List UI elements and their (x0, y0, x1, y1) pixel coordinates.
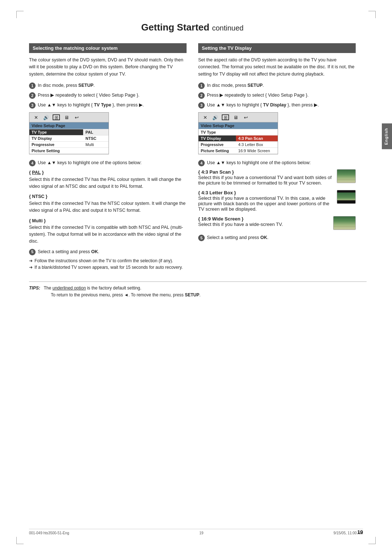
right-section-header: Setting the TV Display (198, 43, 356, 53)
left-ui-mockup: ✕ 🔊 ⊞ 🖥 ↩ Video Setup Page TV Type PAL (29, 112, 109, 154)
page-number: 19 (357, 529, 363, 535)
setup-bold-1: SETUP (78, 83, 94, 88)
letter-box-thumbnail (337, 190, 356, 204)
r-progressive-value: 4:3 Letter Box (236, 142, 278, 148)
option-pal: { PAL } Select this if the connected TV … (29, 169, 187, 190)
r-tv-display-label: TV Display (199, 135, 236, 142)
r-toolbar-icon-settings: ⊞ (222, 114, 229, 120)
tips-indent: To return to the previous menu, press ◄.… (51, 292, 201, 299)
pan-scan-text: { 4:3 Pan Scan } Select this if you have… (198, 169, 333, 186)
step-4-content: Use ▲▼ keys to highlight one of the opti… (38, 159, 187, 166)
corner-mark-bl (16, 537, 24, 544)
r-picture-setting-label: Picture Setting (199, 148, 236, 154)
letter-box-title: { 4:3 Letter Box } (198, 190, 236, 195)
tvtype-bold: TV Type (94, 102, 111, 108)
corner-mark-br (368, 537, 376, 544)
left-step-1: 1 In disc mode, press SETUP. (29, 82, 187, 89)
right-step-4: 4 Use ▲▼ keys to highlight one of the op… (198, 159, 356, 166)
pan-scan-title: { 4:3 Pan Scan } (198, 169, 234, 175)
r-toolbar-icon-screen: 🖥 (232, 114, 239, 120)
step-number-4: 4 (29, 160, 36, 166)
right-step-number-3: 3 (198, 102, 205, 109)
option-letter-box: { 4:3 Letter Box } Select this if you ha… (198, 190, 356, 212)
step-number-5: 5 (29, 249, 36, 255)
pal-title: { PAL } (29, 170, 44, 175)
content-columns: Selecting the matching colour system The… (29, 43, 367, 270)
r-tv-display-row: TV Display 4:3 Pan Scan (199, 135, 278, 142)
sub-step-1: ➜ Follow the instructions shown on the T… (29, 258, 187, 263)
ok-bold-right: OK (260, 235, 267, 240)
step-5-content: Select a setting and press OK. (38, 248, 187, 255)
tv-display-row: TV Display NTSC (29, 135, 109, 142)
left-step-2: 2 Press ▶ repeatedly to select { Video S… (29, 92, 187, 99)
left-column: Selecting the matching colour system The… (29, 43, 187, 270)
right-step-1: 1 In disc mode, press SETUP. (198, 82, 356, 89)
tips-text1: The underlined option is the factory def… (44, 285, 141, 291)
title-main: Getting Started (141, 22, 209, 33)
step-number-3: 3 (29, 102, 36, 109)
toolbar-icon-screen: 🖥 (63, 114, 70, 120)
r-picture-setting-value: 16:9 Wide Screen (236, 148, 278, 154)
r-table-header-row: Video Setup Page (199, 122, 278, 129)
r-tv-type-row: TV Type (199, 129, 278, 135)
r-progressive-row: Progressive 4:3 Letter Box (199, 142, 278, 148)
progressive-row: Progressive Multi (29, 142, 109, 148)
right-setup-table: Video Setup Page TV Type TV Display 4:3 … (199, 122, 278, 154)
r-tv-type-value (236, 129, 278, 135)
r-toolbar-icon-x: ✕ (201, 114, 209, 120)
right-step-3: 3 Use ▲▼ keys to highlight { TV Display … (198, 102, 356, 109)
right-ui-mockup: ✕ 🔊 ⊞ 🖥 ↩ Video Setup Page TV Type T (198, 112, 278, 154)
multi-desc: Select this if the connected TV is compa… (29, 225, 183, 244)
ntsc-label: NTSC (32, 194, 44, 199)
r-tv-type-label: TV Type (199, 129, 236, 135)
corner-mark-tr (368, 11, 376, 18)
option-multi: { Multi } Select this if the connected T… (29, 218, 187, 245)
pan-scan-thumbnail (337, 169, 356, 183)
corner-mark-tl (16, 11, 24, 18)
page: English Getting Started continued Select… (0, 0, 392, 555)
right-step-1-content: In disc mode, press SETUP. (207, 82, 356, 89)
right-step-number-4: 4 (198, 160, 205, 166)
step-2-content: Press ▶ repeatedly to select { Video Set… (38, 92, 187, 99)
letter-box-desc: Select this if you have a conventional T… (198, 195, 329, 212)
right-toolbar: ✕ 🔊 ⊞ 🖥 ↩ (199, 113, 278, 122)
table-header-cell: Video Setup Page (29, 122, 109, 129)
multi-title: { Multi } (29, 218, 46, 223)
widescreen-title: { 16:9 Wide Screen } (198, 216, 244, 222)
r-tv-display-value: 4:3 Pan Scan (236, 135, 278, 142)
progressive-label: Progressive (29, 142, 83, 148)
tv-type-label: TV Type (29, 129, 83, 135)
widescreen-thumbnail (333, 216, 356, 230)
tips-section: TIPS: The underlined option is the facto… (29, 281, 367, 299)
pal-desc: Select this if the connected TV has the … (29, 177, 181, 189)
progressive-value: Multi (83, 142, 109, 148)
setup-bold-r1: SETUP (248, 83, 263, 88)
right-step-number-2: 2 (198, 92, 205, 99)
tips-label: TIPS: (29, 285, 40, 291)
table-header-row: Video Setup Page (29, 122, 109, 129)
right-step-5-content: Select a setting and press OK. (207, 234, 356, 241)
footer: 001-049 hts3500-51-Eng 19 9/15/05, 11:00… (29, 529, 363, 535)
picture-setting-label: Picture Setting (29, 148, 83, 154)
ntsc-desc: Select this if the connected TV has the … (29, 201, 185, 213)
right-step-2-content: Press ▶ repeatedly to select { Video Set… (207, 92, 356, 99)
sub-step-1-text: Follow the instructions shown on the TV … (34, 258, 173, 263)
r-toolbar-icon-arrow: ↩ (242, 114, 249, 120)
toolbar-icon-settings: ⊞ (53, 114, 60, 120)
left-step-3: 3 Use ▲▼ keys to highlight { TV Type }, … (29, 102, 187, 109)
right-step-number-1: 1 (198, 82, 205, 89)
left-setup-table: Video Setup Page TV Type PAL TV Display … (29, 122, 109, 154)
tv-display-value: NTSC (83, 135, 109, 142)
pal-label: PAL (32, 170, 41, 175)
tvdisplay-bold: TV Display (263, 102, 286, 108)
option-widescreen: { 16:9 Wide Screen } Select this if you … (198, 216, 356, 230)
step-number-2: 2 (29, 92, 36, 99)
step-1-content: In disc mode, press SETUP. (38, 82, 187, 89)
option-pan-scan: { 4:3 Pan Scan } Select this if you have… (198, 169, 356, 186)
arrow-sym-1: ➜ (29, 258, 33, 263)
multi-label: Multi (32, 218, 42, 223)
language-tab: English (382, 123, 392, 149)
option-ntsc: { NTSC } Select this if the connected TV… (29, 193, 187, 214)
r-toolbar-icon-speaker: 🔊 (212, 114, 219, 120)
right-step-5: 5 Select a setting and press OK. (198, 234, 356, 241)
